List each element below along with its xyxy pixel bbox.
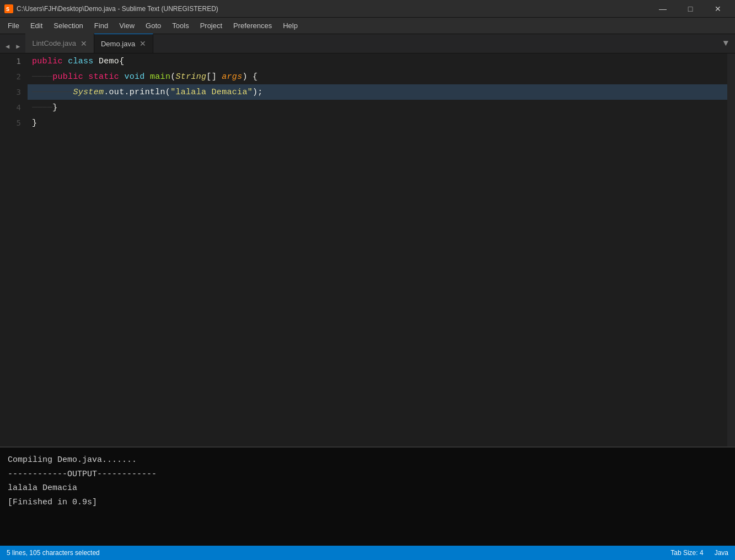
title-bar-left: S C:\Users\FJH\Desktop\Demo.java - Subli…: [4, 4, 218, 13]
menu-tools[interactable]: Tools: [167, 19, 194, 32]
tab-lintcode-close[interactable]: ✕: [81, 40, 87, 47]
line-num-1: 1: [0, 53, 28, 69]
menu-file[interactable]: File: [2, 19, 25, 32]
output-line-4: [Finished in 0.9s]: [8, 496, 727, 510]
app-icon: S: [4, 4, 13, 13]
tab-demo[interactable]: Demo.java ✕: [94, 34, 153, 53]
title-bar: S C:\Users\FJH\Desktop\Demo.java - Subli…: [0, 0, 735, 18]
status-selection-info: 5 lines, 105 characters selected: [7, 549, 100, 557]
menu-find[interactable]: Find: [89, 19, 114, 32]
minimize-button[interactable]: —: [650, 0, 675, 18]
code-editor[interactable]: public class Demo{ ────public static voi…: [28, 53, 727, 446]
maximize-button[interactable]: □: [678, 0, 703, 18]
line-num-3: 3: [0, 84, 28, 100]
tab-demo-label: Demo.java: [101, 40, 135, 48]
status-language[interactable]: Java: [715, 549, 728, 557]
tab-lintcode-label: LintCode.java: [32, 39, 76, 47]
output-panel: Compiling Demo.java....... ------------O…: [0, 446, 735, 546]
line-num-2: 2: [0, 69, 28, 84]
menu-goto[interactable]: Goto: [140, 19, 167, 32]
menu-project[interactable]: Project: [195, 19, 228, 32]
line-num-4: 4: [0, 100, 28, 115]
code-line-2: ────public static void main(String[] arg…: [28, 69, 727, 84]
menu-preferences[interactable]: Preferences: [228, 19, 277, 32]
output-line-2: ------------OUTPUT------------: [8, 467, 727, 482]
editor-area: 1 2 3 4 5 public class Demo{ ────public …: [0, 53, 735, 446]
status-right: Tab Size: 4 Java: [670, 549, 728, 557]
vertical-scrollbar[interactable]: [727, 53, 735, 446]
tab-lintcode[interactable]: LintCode.java ✕: [25, 34, 94, 53]
code-line-4: ────}: [28, 100, 727, 115]
code-line-3: ────────System.out.println("lalala Demac…: [28, 84, 727, 100]
tab-bar: ◀ ▶ LintCode.java ✕ Demo.java ✕ ▼: [0, 34, 735, 53]
title-bar-controls: — □ ✕: [650, 0, 731, 18]
window-title: C:\Users\FJH\Desktop\Demo.java - Sublime…: [17, 5, 218, 13]
menu-bar: File Edit Selection Find View Goto Tools…: [0, 18, 735, 34]
close-button[interactable]: ✕: [705, 0, 731, 18]
tab-dropdown-arrow[interactable]: ▼: [716, 34, 735, 53]
menu-selection[interactable]: Selection: [48, 19, 88, 32]
tab-prev-arrow[interactable]: ◀: [2, 40, 13, 53]
svg-text:S: S: [6, 7, 9, 13]
code-line-5: }: [28, 115, 727, 131]
menu-help[interactable]: Help: [277, 19, 303, 32]
tab-next-arrow[interactable]: ▶: [13, 40, 23, 53]
tab-demo-close[interactable]: ✕: [140, 40, 146, 47]
menu-view[interactable]: View: [114, 19, 140, 32]
output-line-3: lalala Demacia: [8, 481, 727, 496]
status-bar: 5 lines, 105 characters selected Tab Siz…: [0, 546, 735, 560]
status-tab-size[interactable]: Tab Size: 4: [670, 549, 703, 557]
tab-nav: ◀ ▶: [0, 40, 25, 53]
code-line-1: public class Demo{: [28, 53, 727, 69]
output-line-1: Compiling Demo.java.......: [8, 453, 727, 467]
line-num-5: 5: [0, 115, 28, 131]
line-gutter: 1 2 3 4 5: [0, 53, 28, 446]
menu-edit[interactable]: Edit: [25, 19, 48, 32]
